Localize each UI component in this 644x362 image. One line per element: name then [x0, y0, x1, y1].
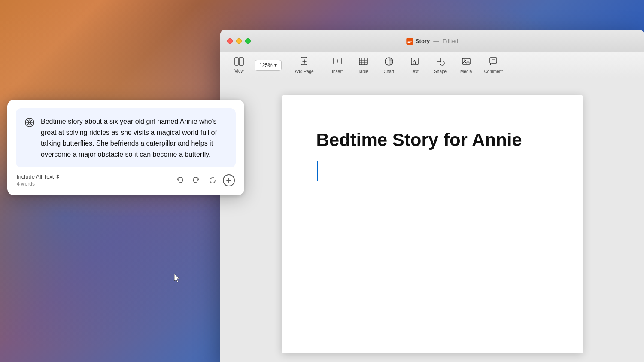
include-chevron: ⇕ [55, 173, 60, 180]
table-icon [358, 57, 368, 67]
insert-label: Insert [332, 69, 343, 74]
comment-label: Comment [484, 69, 503, 74]
word-count: 4 words [17, 181, 60, 187]
svg-rect-2 [407, 41, 412, 42]
include-label: Include All Text [17, 173, 54, 180]
svg-rect-12 [359, 58, 367, 65]
traffic-lights [227, 38, 251, 44]
view-label: View [234, 69, 244, 73]
pages-app-icon [406, 38, 413, 45]
svg-rect-22 [462, 58, 470, 64]
maximize-button[interactable] [245, 38, 251, 44]
window-title: Story [416, 38, 430, 44]
zoom-value: 125% [259, 62, 273, 68]
document-area: Bedtime Story for Annie [220, 78, 644, 362]
close-button[interactable] [227, 38, 233, 44]
include-all-text-button[interactable]: Include All Text ⇕ [17, 173, 60, 180]
title-separator: — [433, 38, 439, 44]
add-page-label: Add Page [295, 69, 314, 74]
title-bar-center: Story — Edited [406, 38, 458, 45]
insert-icon [333, 57, 342, 67]
view-button[interactable]: View [227, 55, 251, 76]
toolbar: View 125% ▾ Add Page [220, 52, 644, 78]
table-label: Table [358, 69, 368, 74]
refresh-button[interactable] [207, 174, 219, 186]
zoom-button[interactable]: 125% ▾ [255, 60, 282, 71]
title-bar: Story — Edited [220, 30, 644, 52]
text-button[interactable]: A Text [403, 54, 427, 76]
comment-icon [489, 57, 498, 67]
insert-button[interactable]: Insert [325, 54, 349, 76]
ai-prompt-box: Bedtime story about a six year old girl … [16, 108, 236, 167]
toolbar-separator-2 [322, 58, 322, 73]
shape-button[interactable]: Shape [428, 54, 453, 76]
document-title[interactable]: Bedtime Story for Annie [316, 130, 548, 150]
toolbar-separator-1 [287, 58, 287, 73]
document-page[interactable]: Bedtime Story for Annie [282, 95, 583, 353]
svg-rect-20 [437, 58, 440, 61]
svg-point-21 [440, 61, 444, 65]
svg-text:A: A [413, 59, 416, 65]
redo-button[interactable] [190, 174, 202, 186]
zoom-chevron: ▾ [274, 62, 277, 68]
minimize-button[interactable] [236, 38, 242, 44]
svg-point-23 [464, 60, 465, 61]
svg-rect-3 [407, 42, 410, 43]
add-page-button[interactable]: Add Page [291, 54, 318, 76]
svg-rect-5 [239, 58, 243, 65]
ai-panel-footer: Include All Text ⇕ 4 words [16, 173, 236, 187]
edited-label: Edited [442, 38, 458, 44]
media-label: Media [460, 69, 472, 74]
pages-window: Story — Edited View 125% ▾ [220, 30, 644, 362]
undo-button[interactable] [174, 174, 186, 186]
shape-label: Shape [434, 69, 447, 74]
shape-icon [436, 57, 445, 67]
text-cursor [316, 161, 548, 181]
svg-rect-4 [235, 58, 238, 65]
svg-rect-6 [301, 57, 307, 65]
media-button[interactable]: Media [454, 54, 478, 76]
ai-footer-left: Include All Text ⇕ 4 words [17, 173, 60, 187]
chart-label: Chart [383, 69, 394, 74]
svg-rect-1 [407, 40, 412, 40]
chart-button[interactable]: Chart [377, 54, 401, 76]
add-page-icon [300, 57, 309, 67]
table-button[interactable]: Table [351, 54, 375, 76]
ai-footer-actions [174, 174, 235, 186]
text-label: Text [410, 69, 418, 74]
comment-button[interactable]: Comment [480, 54, 507, 76]
ai-panel: Bedtime story about a six year old girl … [7, 100, 244, 195]
openai-icon [24, 117, 36, 129]
add-button[interactable] [223, 174, 235, 186]
text-icon: A [410, 57, 419, 67]
chart-icon [384, 57, 394, 67]
media-icon [462, 57, 471, 67]
ai-prompt-text[interactable]: Bedtime story about a six year old girl … [41, 116, 228, 160]
view-icon [234, 57, 244, 67]
